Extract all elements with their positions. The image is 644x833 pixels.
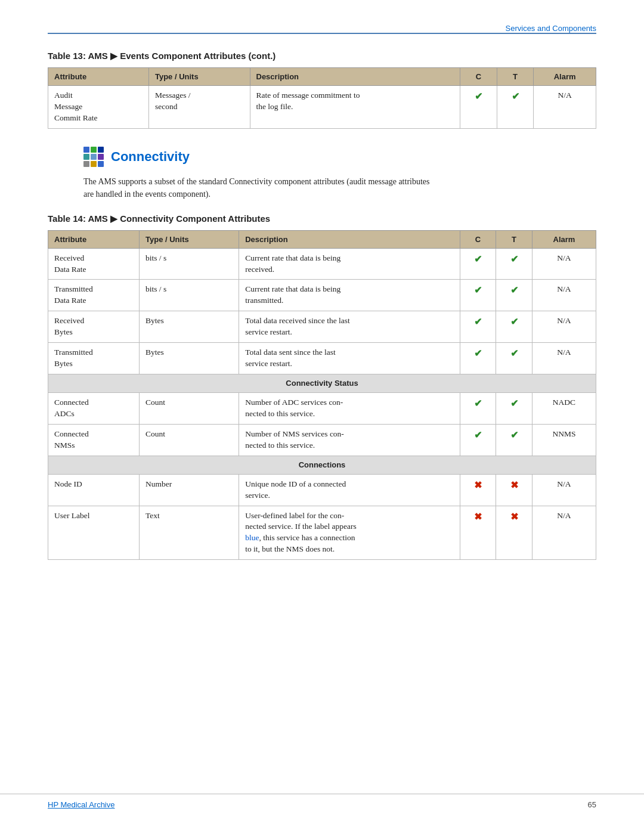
check-icon: ✔ bbox=[512, 91, 519, 101]
table-row: AuditMessageCommit Rate Messages /second… bbox=[48, 86, 596, 129]
cell-t: ✔ bbox=[496, 280, 532, 311]
col-attribute: Attribute bbox=[48, 230, 140, 248]
cell-description: User-defined label for the con- nected s… bbox=[239, 506, 460, 560]
cell-t: ✔ bbox=[496, 311, 532, 343]
cell-t: ✖ bbox=[496, 506, 532, 560]
cell-alarm: NADC bbox=[532, 392, 596, 424]
check-icon: ✔ bbox=[474, 285, 482, 295]
cell-attribute: ConnectedADCs bbox=[48, 392, 140, 424]
col-type: Type / Units bbox=[139, 230, 239, 248]
cell-attribute: Node ID bbox=[48, 474, 140, 506]
table-row: ReceivedData Rate bits / s Current rate … bbox=[48, 248, 596, 280]
cell-alarm: N/A bbox=[534, 86, 596, 129]
cell-alarm: N/A bbox=[532, 474, 596, 506]
cross-icon: ✖ bbox=[474, 480, 482, 490]
check-icon: ✔ bbox=[474, 430, 482, 440]
cell-type: Messages /second bbox=[148, 86, 250, 129]
cell-description: Total data received since the lastservic… bbox=[239, 311, 460, 343]
subheader-label: Connectivity Status bbox=[48, 374, 596, 392]
table-row: TransmittedBytes Bytes Total data sent s… bbox=[48, 343, 596, 374]
check-icon: ✔ bbox=[510, 254, 518, 264]
page-footer: HP Medical Archive 65 bbox=[0, 794, 644, 809]
cell-alarm: NNMS bbox=[532, 424, 596, 456]
col-t: T bbox=[497, 68, 534, 86]
cell-type: Bytes bbox=[139, 343, 239, 374]
cell-c: ✔ bbox=[460, 343, 496, 374]
connectivity-icon bbox=[83, 147, 105, 167]
cell-c: ✔ bbox=[460, 280, 496, 311]
cell-type: Count bbox=[139, 392, 239, 424]
table14: Attribute Type / Units Description C T A… bbox=[48, 230, 596, 560]
cell-type: Bytes bbox=[139, 311, 239, 343]
table14-title: Table 14: AMS ▶ Connectivity Component A… bbox=[48, 213, 596, 224]
table-row: ConnectedADCs Count Number of ADC servic… bbox=[48, 392, 596, 424]
check-icon: ✔ bbox=[474, 398, 482, 408]
cell-attribute: ReceivedData Rate bbox=[48, 248, 140, 280]
cell-type: Count bbox=[139, 424, 239, 456]
cell-alarm: N/A bbox=[532, 311, 596, 343]
table13-title: Table 13: AMS ▶ Events Component Attribu… bbox=[48, 51, 596, 61]
table-row: User Label Text User-defined label for t… bbox=[48, 506, 596, 560]
cell-type: Text bbox=[139, 506, 239, 560]
table-row: TransmittedData Rate bits / s Current ra… bbox=[48, 280, 596, 311]
col-description: Description bbox=[250, 68, 460, 86]
cross-icon: ✖ bbox=[474, 512, 482, 522]
cell-attribute: TransmittedBytes bbox=[48, 343, 140, 374]
check-icon: ✔ bbox=[510, 285, 518, 295]
cell-t: ✔ bbox=[496, 392, 532, 424]
cell-description: Total data sent since the lastservice re… bbox=[239, 343, 460, 374]
table13: Attribute Type / Units Description C T A… bbox=[48, 67, 596, 129]
cell-description: Current rate that data is beingtransmitt… bbox=[239, 280, 460, 311]
cell-c: ✖ bbox=[460, 506, 496, 560]
cell-description: Current rate that data is beingreceived. bbox=[239, 248, 460, 280]
footer-link[interactable]: HP Medical Archive bbox=[48, 800, 114, 809]
cross-icon: ✖ bbox=[510, 480, 518, 490]
connectivity-description: The AMS supports a subset of the standar… bbox=[83, 175, 441, 200]
check-icon: ✔ bbox=[510, 317, 518, 327]
connectivity-title: Connectivity bbox=[111, 149, 190, 165]
cell-description: Number of NMS services con-nected to thi… bbox=[239, 424, 460, 456]
col-alarm: Alarm bbox=[534, 68, 596, 86]
cell-type: bits / s bbox=[139, 248, 239, 280]
col-c: C bbox=[460, 230, 496, 248]
check-icon: ✔ bbox=[475, 91, 482, 101]
col-c: C bbox=[460, 68, 497, 86]
cell-attribute: AuditMessageCommit Rate bbox=[48, 86, 149, 129]
cell-alarm: N/A bbox=[532, 280, 596, 311]
connectivity-heading: Connectivity bbox=[83, 147, 596, 167]
cross-icon: ✖ bbox=[510, 512, 518, 522]
col-t: T bbox=[496, 230, 532, 248]
cell-c: ✔ bbox=[460, 86, 497, 129]
check-icon: ✔ bbox=[510, 398, 518, 408]
cell-c: ✖ bbox=[460, 474, 496, 506]
cell-description: Rate of message commitment tothe log fil… bbox=[250, 86, 460, 129]
subheader-row: Connectivity Status bbox=[48, 374, 596, 392]
table-row: ReceivedBytes Bytes Total data received … bbox=[48, 311, 596, 343]
check-icon: ✔ bbox=[474, 348, 482, 358]
col-alarm: Alarm bbox=[532, 230, 596, 248]
col-type: Type / Units bbox=[148, 68, 250, 86]
chapter-link[interactable]: Services and Components bbox=[506, 24, 596, 33]
cell-t: ✔ bbox=[496, 343, 532, 374]
col-description: Description bbox=[239, 230, 460, 248]
cell-description: Number of ADC services con-nected to thi… bbox=[239, 392, 460, 424]
cell-attribute: TransmittedData Rate bbox=[48, 280, 140, 311]
subheader-label: Connections bbox=[48, 456, 596, 474]
cell-alarm: N/A bbox=[532, 343, 596, 374]
cell-t: ✔ bbox=[496, 248, 532, 280]
cell-type: Number bbox=[139, 474, 239, 506]
check-icon: ✔ bbox=[474, 254, 482, 264]
check-icon: ✔ bbox=[510, 430, 518, 440]
subheader-row: Connections bbox=[48, 456, 596, 474]
cell-attribute: ConnectedNMSs bbox=[48, 424, 140, 456]
cell-t: ✔ bbox=[497, 86, 534, 129]
cell-c: ✔ bbox=[460, 248, 496, 280]
cell-t: ✖ bbox=[496, 474, 532, 506]
cell-type: bits / s bbox=[139, 280, 239, 311]
cell-attribute: User Label bbox=[48, 506, 140, 560]
cell-c: ✔ bbox=[460, 424, 496, 456]
check-icon: ✔ bbox=[510, 348, 518, 358]
blue-text: blue bbox=[245, 533, 259, 542]
check-icon: ✔ bbox=[474, 317, 482, 327]
cell-attribute: ReceivedBytes bbox=[48, 311, 140, 343]
